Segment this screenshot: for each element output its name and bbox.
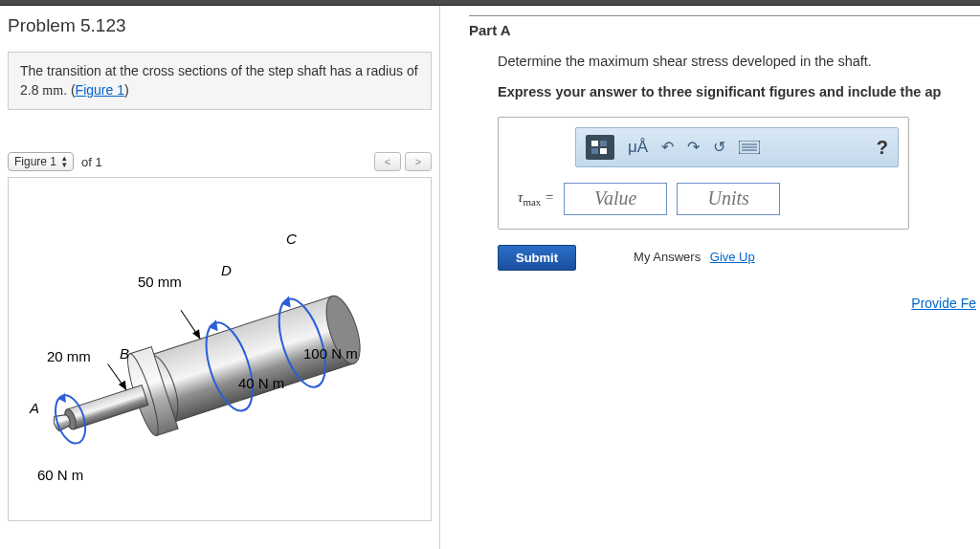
value-input[interactable] bbox=[564, 183, 667, 215]
submit-row: Submit My Answers Give Up bbox=[498, 245, 980, 271]
label-C: C bbox=[286, 231, 297, 247]
units-button[interactable]: μÅ bbox=[628, 135, 648, 160]
problem-text-2: . ( bbox=[63, 82, 75, 98]
label-torque-C: 100 N m bbox=[303, 345, 358, 362]
label-D: D bbox=[221, 262, 232, 278]
main-container: Problem 5.123 The transition at the cros… bbox=[0, 6, 980, 549]
redo-icon[interactable]: ↷ bbox=[687, 136, 700, 159]
figure-of-label: of 1 bbox=[81, 155, 102, 169]
tau-sub: max bbox=[523, 196, 541, 208]
updown-icon: ▴▾ bbox=[62, 155, 67, 168]
provide-feedback: Provide Fe bbox=[498, 294, 980, 315]
part-title: Part A bbox=[469, 22, 980, 38]
label-d-large: 50 mm bbox=[138, 274, 182, 290]
provide-feedback-link[interactable]: Provide Fe bbox=[911, 296, 976, 311]
input-row: τmax = bbox=[499, 177, 908, 229]
answer-box: μÅ ↶ ↷ ↺ ? τmax = bbox=[498, 117, 909, 230]
svg-line-15 bbox=[108, 362, 126, 394]
figure-select-label: Figure 1 bbox=[14, 155, 56, 168]
figure-header: Figure 1 ▴▾ of 1 < > bbox=[8, 152, 432, 171]
units-input[interactable] bbox=[677, 183, 780, 215]
svg-rect-18 bbox=[600, 141, 607, 146]
help-button[interactable]: ? bbox=[877, 133, 888, 162]
left-panel: Problem 5.123 The transition at the cros… bbox=[0, 6, 440, 549]
label-B: B bbox=[120, 345, 129, 362]
reset-icon[interactable]: ↺ bbox=[713, 136, 725, 159]
svg-rect-17 bbox=[591, 141, 598, 146]
my-answers-label: My Answers bbox=[634, 250, 701, 264]
figure-select[interactable]: Figure 1 ▴▾ bbox=[8, 152, 74, 171]
answer-links: My Answers Give Up bbox=[634, 248, 755, 267]
answer-toolbar: μÅ ↶ ↷ ↺ ? bbox=[575, 127, 899, 167]
equals-sign: = bbox=[541, 189, 554, 205]
svg-rect-20 bbox=[600, 148, 607, 154]
part-instruction: Express your answer to three significant… bbox=[498, 82, 980, 103]
problem-statement: The transition at the cross sections of … bbox=[8, 52, 432, 110]
right-panel: Part A Determine the maximum shear stres… bbox=[440, 6, 980, 549]
give-up-link[interactable]: Give Up bbox=[710, 250, 755, 264]
problem-title: Problem 5.123 bbox=[8, 15, 432, 36]
label-torque-A: 60 N m bbox=[37, 467, 83, 483]
part-body: Determine the maximum shear stress devel… bbox=[469, 52, 980, 314]
label-A: A bbox=[30, 400, 39, 416]
part-divider bbox=[469, 15, 980, 16]
figure-area: C D 50 mm B 20 mm A 100 N m 40 N m 60 N … bbox=[8, 177, 432, 521]
label-torque-B: 40 N m bbox=[238, 375, 284, 391]
undo-icon[interactable]: ↶ bbox=[661, 136, 674, 159]
keyboard-icon[interactable] bbox=[739, 141, 760, 154]
svg-rect-19 bbox=[591, 148, 598, 154]
part-prompt: Determine the maximum shear stress devel… bbox=[498, 52, 980, 73]
figure-prev-button[interactable]: < bbox=[374, 152, 401, 171]
variable-label: τmax = bbox=[518, 187, 554, 210]
figure-next-button[interactable]: > bbox=[405, 152, 432, 171]
submit-button[interactable]: Submit bbox=[498, 245, 576, 271]
template-icon[interactable] bbox=[586, 135, 614, 160]
figure-nav-buttons: < > bbox=[374, 152, 432, 171]
problem-text-3: ) bbox=[124, 82, 129, 98]
figure-link[interactable]: Figure 1 bbox=[76, 82, 124, 98]
label-d-small: 20 mm bbox=[47, 348, 91, 364]
problem-unit: mm bbox=[42, 83, 63, 98]
